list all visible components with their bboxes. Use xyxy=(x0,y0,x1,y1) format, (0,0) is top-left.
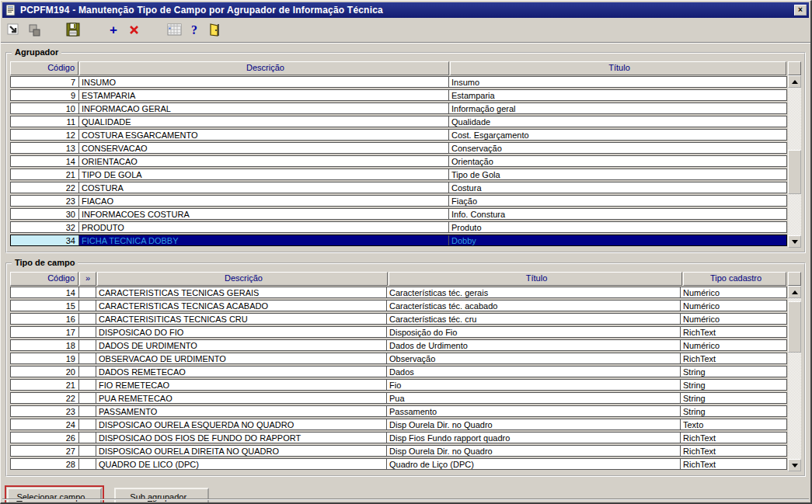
descricao-cell: QUALIDADE xyxy=(79,116,449,127)
titulo-cell: Informação geral xyxy=(449,103,786,113)
scroll-up-button[interactable] xyxy=(788,286,801,298)
tipo-de-campo-row[interactable]: 18 DADOS DE URDIMENTO Dados de Urdimento… xyxy=(10,339,787,351)
codigo-cell: 18 xyxy=(11,340,79,350)
cascade-windows-button[interactable] xyxy=(24,20,44,40)
codigo-cell: 9 xyxy=(11,90,79,100)
agrupador-row[interactable]: 11 QUALIDADE Qualidade xyxy=(10,116,787,127)
agrupador-row[interactable]: 22 COSTURA Costura xyxy=(10,182,787,193)
grid-view-button[interactable] xyxy=(164,20,184,40)
help-button[interactable]: ? xyxy=(184,20,204,40)
sub-agrupador-button[interactable]: Sub agrupador... xyxy=(114,488,209,504)
titulo-cell: Insumo xyxy=(449,77,786,87)
add-icon: + xyxy=(110,23,117,36)
tipo-de-campo-row[interactable]: 15 CARACTERISTICAS TECNICAS ACABADO Cara… xyxy=(10,300,787,311)
column-header-tipo-cadastro[interactable]: Tipo cadastro xyxy=(683,272,786,286)
codigo-cell: 11 xyxy=(11,116,79,127)
tipo-cadastro-cell: RichText xyxy=(681,327,786,337)
scroll-down-button[interactable] xyxy=(788,235,801,248)
column-header-titulo[interactable]: Título xyxy=(389,272,682,286)
codigo-cell: 28 xyxy=(11,459,79,469)
chevron-cell xyxy=(79,380,96,390)
agrupador-row[interactable]: 7 INSUMO Insumo xyxy=(10,76,787,88)
tipo-cadastro-cell: Numérico xyxy=(681,314,786,324)
save-button[interactable] xyxy=(63,20,83,40)
scrollbar-thumb[interactable] xyxy=(788,150,801,194)
close-button[interactable]: × xyxy=(794,5,807,16)
tipo-de-campo-row[interactable]: 16 CARACTERISITICAS TECNICAS CRU Caracte… xyxy=(10,313,787,325)
codigo-cell: 14 xyxy=(11,287,79,297)
tipo-de-campo-row[interactable]: 26 DISPOSICAO DOS FIOS DE FUNDO DO RAPPO… xyxy=(10,432,787,443)
agrupador-row[interactable]: 32 PRODUTO Produto xyxy=(10,221,787,233)
button-row: Selecionar campo... Sub agrupador... xyxy=(7,488,810,504)
cascade-windows-icon xyxy=(27,23,41,37)
window-arrow-button[interactable] xyxy=(4,20,24,40)
titulo-cell: Pua xyxy=(387,393,681,403)
descricao-cell: PASSAMENTO xyxy=(96,406,387,416)
agrupador-row[interactable]: 9 ESTAMPARIA Estamparia xyxy=(10,89,787,101)
tipo-de-campo-row[interactable]: 17 DISPOSICAO DO FIO Disposição do Fio R… xyxy=(10,326,787,338)
column-header-codigo[interactable]: Código xyxy=(10,272,78,286)
codigo-cell: 22 xyxy=(11,393,79,403)
tipo-de-campo-scrollbar[interactable] xyxy=(788,286,801,471)
codigo-cell: 12 xyxy=(11,130,79,140)
scrollbar-track[interactable] xyxy=(788,298,801,459)
descricao-cell: INSUMO xyxy=(79,77,449,87)
tipo-de-campo-row[interactable]: 21 FIO REMETECAO Fio String xyxy=(10,379,787,391)
tipo-cadastro-cell: RichText xyxy=(681,353,786,363)
descricao-cell: ORIENTACAO xyxy=(79,156,449,166)
scrollbar-thumb[interactable] xyxy=(788,301,801,353)
toolbar: + ? xyxy=(1,18,810,43)
tipo-cadastro-cell: Numérico xyxy=(681,287,786,297)
agrupador-row[interactable]: 30 INFORMACOES COSTURA Info. Constura xyxy=(10,208,787,220)
agrupador-row[interactable]: 14 ORIENTACAO Orientação xyxy=(10,155,787,167)
column-header-titulo[interactable]: Título xyxy=(450,61,786,75)
tipo-cadastro-cell: RichText xyxy=(681,459,786,469)
tipo-de-campo-row[interactable]: 24 DISPOSICAO OURELA ESQUERDA NO QUADRO … xyxy=(10,419,787,430)
app-icon xyxy=(5,4,17,16)
column-header-descricao[interactable]: Descrição xyxy=(97,272,388,286)
descricao-cell: CONSERVACAO xyxy=(79,143,449,153)
scrollbar-track[interactable] xyxy=(788,88,801,235)
titulo-cell: Cost. Esgarçamento xyxy=(449,130,786,140)
save-icon xyxy=(66,23,81,37)
add-button[interactable]: + xyxy=(103,20,124,40)
codigo-cell: 21 xyxy=(11,380,79,390)
titulo-cell: Estamparia xyxy=(449,90,786,100)
titulo-cell: Fiação xyxy=(449,196,786,206)
button-label-pre: Sub xyxy=(130,492,148,502)
window-bottom-divider xyxy=(2,499,809,499)
agrupador-row[interactable]: 21 TIPO DE GOLA Tipo de Gola xyxy=(10,169,787,180)
tipo-cadastro-cell: Numérico xyxy=(681,301,786,311)
agrupador-row[interactable]: 13 CONSERVACAO Conservação xyxy=(10,142,787,154)
selecionar-campo-button[interactable]: Selecionar campo... xyxy=(7,488,102,504)
tipo-de-campo-grid: Código » Descrição Título Tipo cadastro … xyxy=(10,272,801,471)
agrupador-row[interactable]: 12 COSTURA ESGARCAMENTO Cost. Esgarçamen… xyxy=(10,129,787,141)
agrupador-row[interactable]: 10 INFORMACAO GERAL Informação geral xyxy=(10,103,787,114)
column-header-chevron[interactable]: » xyxy=(79,272,96,286)
tipo-de-campo-row[interactable]: 28 QUADRO DE LICO (DPC) Quadro de Liço (… xyxy=(10,458,787,470)
column-header-descricao[interactable]: Descrição xyxy=(79,61,449,75)
tipo-de-campo-row[interactable]: 22 PUA REMETECAO Pua String xyxy=(10,392,787,404)
agrupador-scrollbar[interactable] xyxy=(788,75,801,248)
descricao-cell: COSTURA xyxy=(79,182,449,193)
chevron-cell xyxy=(79,419,96,429)
titulo-cell: Dados de Urdimento xyxy=(387,340,681,350)
agrupador-row[interactable]: 23 FIACAO Fiação xyxy=(10,195,787,207)
tipo-de-campo-row[interactable]: 14 CARACTERISTICAS TECNICAS GERAIS Carac… xyxy=(10,287,787,298)
grid-icon xyxy=(167,23,182,36)
chevron-cell xyxy=(79,287,96,297)
exit-button[interactable] xyxy=(204,20,225,40)
tipo-de-campo-row[interactable]: 23 PASSAMENTO Passamento String xyxy=(10,405,787,417)
delete-button[interactable] xyxy=(124,20,144,40)
agrupador-row[interactable]: 34 FICHA TECNICA DOBBY Dobby xyxy=(10,235,787,246)
chevron-cell xyxy=(79,327,96,337)
scroll-down-button[interactable] xyxy=(788,459,801,471)
column-header-codigo[interactable]: Código xyxy=(10,61,78,75)
titulo-cell: Tipo de Gola xyxy=(449,169,786,179)
tipo-de-campo-row[interactable]: 27 DISPOSICAO OURELA DIREITA NO QUADRO D… xyxy=(10,445,787,457)
tipo-de-campo-row[interactable]: 20 DADOS REMETECAO Dados String xyxy=(10,366,787,377)
titulo-cell: Qualidade xyxy=(449,116,786,127)
scroll-up-button[interactable] xyxy=(788,75,801,88)
agrupador-grid-header: Código Descrição Título xyxy=(10,61,787,75)
tipo-de-campo-row[interactable]: 19 OBSERVACAO DE URDIMENTO Observação Ri… xyxy=(10,353,787,364)
